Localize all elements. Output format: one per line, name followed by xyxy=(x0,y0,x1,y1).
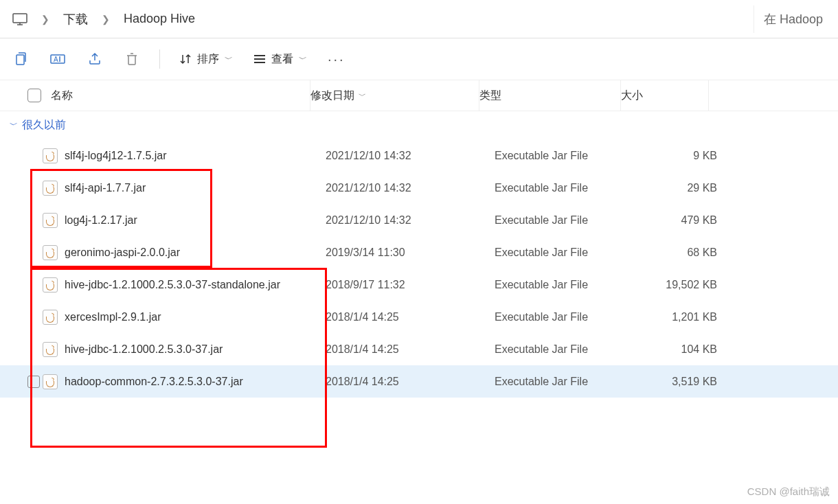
breadcrumb-separator-icon: ❯ xyxy=(34,10,56,29)
copy-button[interactable] xyxy=(4,44,37,74)
column-name-label: 名称 xyxy=(51,89,73,103)
file-name-cell: xercesImpl-2.9.1.jar xyxy=(43,310,326,325)
file-type: Executable Jar File xyxy=(495,343,636,356)
file-row[interactable]: geronimo-jaspi-2.0.0.jar2019/3/14 11:30E… xyxy=(0,236,838,268)
column-type[interactable]: 类型 xyxy=(479,80,621,111)
file-name-cell: slf4j-api-1.7.7.jar xyxy=(43,181,326,196)
chevron-down-icon: ﹀ xyxy=(225,54,233,65)
chevron-down-icon: ﹀ xyxy=(10,119,18,131)
file-name-cell: log4j-1.2.17.jar xyxy=(43,213,326,228)
breadcrumb-separator-icon: ❯ xyxy=(95,10,117,29)
search-input[interactable]: 在 Hadoop xyxy=(754,5,833,33)
file-date: 2018/9/17 11:32 xyxy=(326,279,495,291)
file-row[interactable]: hadoop-common-2.7.3.2.5.3.0-37.jar2018/1… xyxy=(0,365,838,398)
file-type: Executable Jar File xyxy=(495,182,636,194)
file-type: Executable Jar File xyxy=(495,376,636,388)
file-date: 2018/1/4 14:25 xyxy=(326,311,495,323)
file-list: slf4j-log4j12-1.7.5.jar2021/12/10 14:32E… xyxy=(0,139,838,398)
delete-button[interactable] xyxy=(115,44,148,74)
file-name: xercesImpl-2.9.1.jar xyxy=(65,311,161,323)
file-row[interactable]: xercesImpl-2.9.1.jar2018/1/4 14:25Execut… xyxy=(0,301,838,333)
watermark: CSDN @faith瑞诚 xyxy=(747,485,830,499)
file-date: 2018/1/4 14:25 xyxy=(326,376,495,388)
file-type: Executable Jar File xyxy=(495,311,636,323)
jar-file-icon xyxy=(43,374,58,389)
jar-file-icon xyxy=(43,310,58,325)
file-date: 2021/12/10 14:32 xyxy=(326,214,495,227)
file-date: 2018/1/4 14:25 xyxy=(326,343,495,356)
column-size-label: 大小 xyxy=(621,89,643,103)
file-type: Executable Jar File xyxy=(495,150,636,162)
svg-rect-0 xyxy=(13,14,27,23)
jar-file-icon xyxy=(43,277,58,293)
file-size: 104 KB xyxy=(636,343,724,356)
file-name: geronimo-jaspi-2.0.0.jar xyxy=(65,247,180,259)
file-name: slf4j-api-1.7.7.jar xyxy=(65,182,146,194)
file-name: hadoop-common-2.7.3.2.5.3.0-37.jar xyxy=(65,376,243,388)
svg-text:A: A xyxy=(54,56,58,63)
group-label: 很久以前 xyxy=(22,118,66,133)
row-checkbox[interactable] xyxy=(27,376,40,388)
file-row[interactable]: hive-jdbc-1.2.1000.2.5.3.0-37.jar2018/1/… xyxy=(0,333,838,365)
file-date: 2019/3/14 11:30 xyxy=(326,247,495,259)
file-size: 3,519 KB xyxy=(636,376,724,388)
view-icon xyxy=(253,54,266,64)
file-size: 29 KB xyxy=(636,182,724,194)
breadcrumb-item[interactable]: Hadoop Hive xyxy=(117,8,202,30)
file-name: slf4j-log4j12-1.7.5.jar xyxy=(65,150,167,162)
sort-button[interactable]: 排序 ﹀ xyxy=(171,48,241,71)
toolbar: A 排序 ﹀ 查看 ﹀ ··· xyxy=(0,38,838,80)
jar-file-icon xyxy=(43,148,58,163)
jar-file-icon xyxy=(43,181,58,196)
breadcrumb: ❯ 下载 ❯ Hadoop Hive 在 Hadoop xyxy=(0,0,838,38)
file-row[interactable]: slf4j-api-1.7.7.jar2021/12/10 14:32Execu… xyxy=(0,172,838,204)
view-label: 查看 xyxy=(271,52,293,67)
column-headers: 名称 修改日期 ﹀ 类型 大小 xyxy=(0,80,838,111)
select-all-checkbox[interactable] xyxy=(27,89,41,102)
column-size[interactable]: 大小 xyxy=(621,80,709,111)
chevron-down-icon: ﹀ xyxy=(359,91,366,101)
file-type: Executable Jar File xyxy=(495,247,636,259)
file-size: 19,502 KB xyxy=(636,279,724,291)
view-button[interactable]: 查看 ﹀ xyxy=(245,48,315,71)
rename-button[interactable]: A xyxy=(41,44,74,74)
column-date-label: 修改日期 xyxy=(310,89,354,103)
jar-file-icon xyxy=(43,245,58,260)
sort-icon xyxy=(179,53,192,65)
file-row[interactable]: slf4j-log4j12-1.7.5.jar2021/12/10 14:32E… xyxy=(0,139,838,172)
file-date: 2021/12/10 14:32 xyxy=(326,150,495,162)
file-name-cell: hive-jdbc-1.2.1000.2.5.3.0-37-standalone… xyxy=(43,277,326,293)
file-type: Executable Jar File xyxy=(495,279,636,291)
jar-file-icon xyxy=(43,213,58,228)
file-size: 1,201 KB xyxy=(636,311,724,323)
file-date: 2021/12/10 14:32 xyxy=(326,182,495,194)
sort-label: 排序 xyxy=(197,52,219,67)
file-name: hive-jdbc-1.2.1000.2.5.3.0-37-standalone… xyxy=(65,279,280,291)
chevron-down-icon: ﹀ xyxy=(299,54,307,65)
file-row[interactable]: log4j-1.2.17.jar2021/12/10 14:32Executab… xyxy=(0,204,838,236)
group-header[interactable]: ﹀ 很久以前 xyxy=(0,111,838,139)
file-type: Executable Jar File xyxy=(495,214,636,227)
file-size: 68 KB xyxy=(636,247,724,259)
more-button[interactable]: ··· xyxy=(319,47,354,71)
toolbar-separator xyxy=(159,49,160,69)
file-name-cell: slf4j-log4j12-1.7.5.jar xyxy=(43,148,326,163)
column-type-label: 类型 xyxy=(479,89,501,103)
file-size: 479 KB xyxy=(636,214,724,227)
search-placeholder: 在 Hadoop xyxy=(764,11,823,27)
file-name-cell: hive-jdbc-1.2.1000.2.5.3.0-37.jar xyxy=(43,342,326,357)
share-button[interactable] xyxy=(78,44,111,74)
file-name: hive-jdbc-1.2.1000.2.5.3.0-37.jar xyxy=(65,343,223,356)
file-row[interactable]: hive-jdbc-1.2.1000.2.5.3.0-37-standalone… xyxy=(0,268,838,301)
file-name-cell: hadoop-common-2.7.3.2.5.3.0-37.jar xyxy=(43,374,326,389)
column-name[interactable]: 名称 xyxy=(27,80,310,111)
breadcrumb-item[interactable]: 下载 xyxy=(56,7,95,32)
jar-file-icon xyxy=(43,342,58,357)
file-size: 9 KB xyxy=(636,150,724,162)
this-pc-icon[interactable] xyxy=(5,9,34,30)
file-name-cell: geronimo-jaspi-2.0.0.jar xyxy=(43,245,326,260)
svg-rect-1 xyxy=(16,55,24,65)
file-name: log4j-1.2.17.jar xyxy=(65,214,137,227)
column-date[interactable]: 修改日期 ﹀ xyxy=(310,80,479,111)
